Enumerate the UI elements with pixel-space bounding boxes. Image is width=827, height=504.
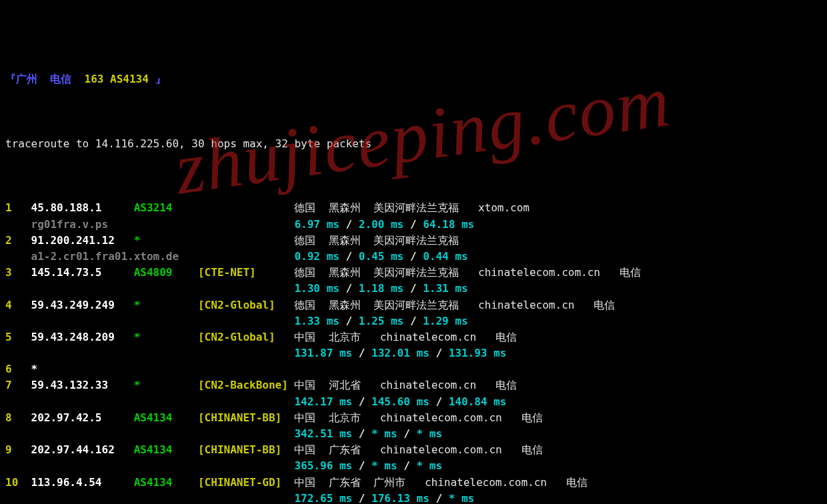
hop-domain: chinatelecom.cn — [361, 377, 476, 393]
hop-ip: 45.80.188.1 — [31, 200, 134, 216]
hop-latency: 132.01 ms — [371, 345, 430, 361]
hop-tag: [CHINANET-BB] — [198, 442, 294, 458]
hop-latency: 1.18 ms — [359, 281, 403, 297]
latency-separator: / — [352, 345, 371, 361]
latency-separator: / — [352, 394, 371, 410]
hop-latency: 6.97 ms — [294, 217, 339, 233]
hop-ip: * — [31, 361, 134, 377]
hop-isp: 电信 — [574, 297, 615, 313]
hop-number: 3 — [5, 265, 31, 281]
hop-latency: 1.30 ms — [294, 281, 339, 297]
hop-domain: chinatelecom.com.cn — [361, 410, 502, 426]
hop-latency: 145.60 ms — [371, 394, 430, 410]
hop-domain: chinatelecom.com.cn — [405, 475, 547, 491]
hop-location: 中国 广东省 广州市 — [294, 475, 405, 491]
hop-asn: AS3214 — [134, 200, 198, 216]
hop-asn: * — [134, 329, 198, 345]
hop-latency: * ms — [371, 426, 397, 442]
hop-ip: 59.43.248.209 — [31, 329, 134, 345]
hop-latency: * ms — [449, 491, 475, 504]
hop-domain: chinatelecom.com.cn — [361, 442, 502, 458]
hop-latency: 0.92 ms — [294, 249, 339, 265]
latency-separator: / — [352, 491, 371, 504]
hop-latency: 142.17 ms — [294, 394, 352, 410]
hop-rdns: rg01fra.v.ps — [31, 217, 295, 233]
latency-separator: / — [339, 313, 359, 329]
hop-ip: 202.97.42.5 — [31, 410, 134, 426]
hop-number: 1 — [5, 200, 31, 216]
latency-separator: / — [403, 249, 423, 265]
hop-latency: 131.93 ms — [449, 345, 507, 361]
hop-row: 559.43.248.209*[CN2-Global]中国 北京市 chinat… — [5, 329, 822, 345]
hop-row: 3145.14.73.5AS4809[CTE-NET]德国 黑森州 美因河畔法兰… — [5, 265, 822, 281]
hop-isp: 电信 — [502, 442, 543, 458]
hop-row: 10113.96.4.54AS4134[CHINANET-GD]中国 广东省 广… — [5, 475, 822, 491]
hop-location: 中国 广东省 — [294, 442, 360, 458]
hop-location: 德国 黑森州 美因河畔法兰克福 — [294, 297, 459, 313]
header-city: 广州 — [16, 73, 37, 85]
hop-number: 7 — [5, 377, 31, 393]
latency-separator: / — [352, 458, 371, 474]
hop-row: 8202.97.42.5AS4134[CHINANET-BB]中国 北京市 ch… — [5, 410, 822, 426]
hop-tag: [CHINANET-BB] — [198, 410, 294, 426]
hop-domain: chinatelecom.cn — [361, 329, 476, 345]
header-bracket-close: 』 — [155, 73, 166, 85]
hop-number: 2 — [5, 233, 31, 249]
hop-tag: [CN2-BackBone] — [198, 377, 294, 393]
hop-latency: 140.84 ms — [449, 394, 507, 410]
hop-number: 5 — [5, 329, 31, 345]
hop-ip: 91.200.241.12 — [31, 233, 134, 249]
hop-tag: [CHINANET-GD] — [198, 475, 294, 491]
hop-ip: 202.97.44.162 — [31, 442, 134, 458]
hop-latency: * ms — [417, 458, 443, 474]
hop-ip: 145.14.73.5 — [31, 265, 134, 281]
hop-latency: 172.65 ms — [294, 491, 352, 504]
hop-domain: chinatelecom.cn — [459, 297, 574, 313]
hop-detail-row: 365.96 ms / * ms / * ms — [5, 458, 822, 474]
hop-latency: 64.18 ms — [423, 217, 474, 233]
hop-number: 8 — [5, 410, 31, 426]
hop-asn: * — [134, 377, 198, 393]
hop-location: 中国 河北省 — [294, 377, 360, 393]
header-carrier: 电信 — [50, 73, 71, 85]
hop-domain: xtom.com — [459, 200, 530, 216]
hop-asn: AS4809 — [134, 265, 198, 281]
hop-location: 德国 黑森州 美因河畔法兰克福 — [294, 200, 459, 216]
traceroute-subheader: traceroute to 14.116.225.60, 30 hops max… — [5, 136, 822, 152]
hop-detail-row: 131.87 ms / 132.01 ms / 131.93 ms — [5, 345, 822, 361]
hop-isp: 电信 — [476, 377, 517, 393]
hop-location: 中国 北京市 — [294, 329, 360, 345]
hop-latency: 1.33 ms — [294, 313, 339, 329]
hop-isp: 电信 — [600, 265, 641, 281]
hop-number: 9 — [5, 442, 31, 458]
hop-latency: * ms — [371, 458, 397, 474]
hop-latency: 0.44 ms — [423, 249, 468, 265]
hop-asn: * — [134, 233, 198, 249]
latency-separator: / — [339, 281, 359, 297]
hop-latency: 342.51 ms — [294, 426, 352, 442]
hop-row: 759.43.132.33*[CN2-BackBone]中国 河北省 china… — [5, 377, 822, 393]
hop-latency: 1.25 ms — [359, 313, 403, 329]
hop-latency: 365.96 ms — [294, 458, 352, 474]
hop-latency: * ms — [417, 426, 443, 442]
hop-tag: [CN2-Global] — [198, 329, 294, 345]
hop-number: 10 — [5, 475, 31, 491]
hop-asn: AS4134 — [134, 442, 198, 458]
hop-row: 145.80.188.1AS3214德国 黑森州 美因河畔法兰克福 xtom.c… — [5, 200, 822, 216]
latency-separator: / — [403, 281, 423, 297]
hop-latency: 1.31 ms — [423, 281, 468, 297]
hop-row: 9202.97.44.162AS4134[CHINANET-BB]中国 广东省 … — [5, 442, 822, 458]
hop-isp: 电信 — [476, 329, 517, 345]
latency-separator: / — [403, 313, 423, 329]
header-bracket-open: 『 — [5, 73, 16, 85]
hop-detail-row: 142.17 ms / 145.60 ms / 140.84 ms — [5, 394, 822, 410]
terminal-output: zhujiceping.com 『广州 电信 163 AS4134 』 trac… — [0, 0, 827, 504]
latency-separator: / — [339, 249, 359, 265]
latency-separator: / — [430, 491, 449, 504]
hop-asn: AS4134 — [134, 475, 198, 491]
hop-asn: * — [134, 297, 198, 313]
header-netname: 163 AS4134 — [85, 73, 149, 85]
hop-tag: [CTE-NET] — [198, 265, 294, 281]
hop-number: 6 — [5, 361, 31, 377]
hop-row: 459.43.249.249*[CN2-Global]德国 黑森州 美因河畔法兰… — [5, 297, 822, 313]
